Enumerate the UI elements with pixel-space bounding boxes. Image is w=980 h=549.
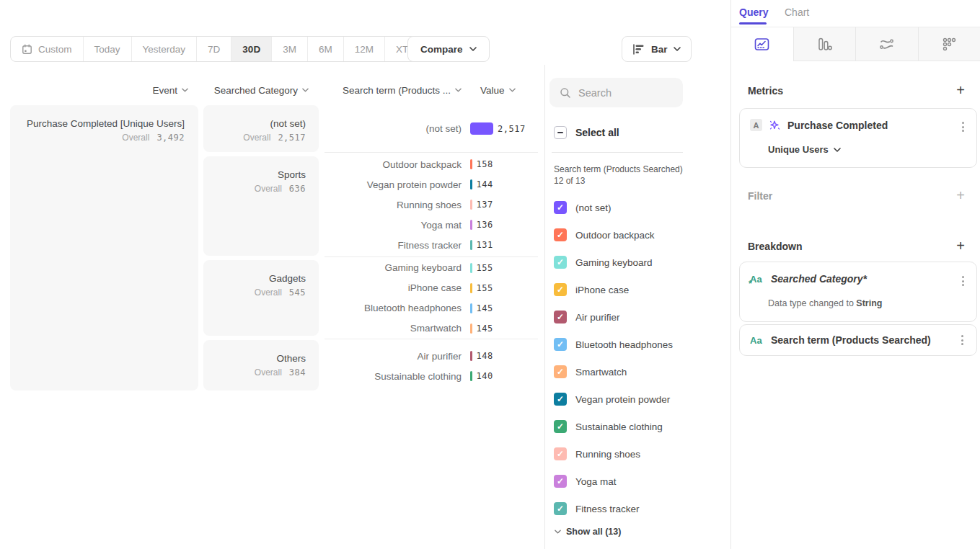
category-cell[interactable]: Others Overall384	[203, 340, 319, 390]
legend-item[interactable]: ✓ Smartwatch	[554, 358, 727, 385]
series-checkbox[interactable]: ✓	[554, 475, 567, 488]
breakdown-card-searched-category[interactable]: Aa* Searched Category* Data type changed…	[739, 262, 977, 322]
term-label: iPhone case	[325, 282, 470, 293]
column-header-searched-category[interactable]: Searched Category	[203, 82, 309, 98]
series-checkbox[interactable]: ✓	[554, 365, 567, 378]
chevron-down-icon	[182, 88, 188, 92]
legend-item[interactable]: ✓ (not set)	[554, 194, 727, 221]
term-row[interactable]: Sustainable clothing 140	[325, 366, 538, 386]
date-range-custom[interactable]: Custom	[11, 37, 83, 61]
add-breakdown-button[interactable]: +	[953, 238, 968, 254]
select-all-checkbox[interactable]	[554, 126, 567, 139]
term-row[interactable]: Fitness tracker 131	[325, 235, 538, 255]
term-label: Outdoor backpack	[325, 159, 470, 170]
term-row[interactable]: Bluetooth headphones 145	[325, 298, 538, 318]
retention-icon	[941, 36, 958, 53]
date-range-7d[interactable]: 7D	[196, 37, 231, 61]
date-range-group: CustomTodayYesterday7D30D3M6M12MXTD	[10, 36, 440, 62]
term-row[interactable]: Vegan protein powder 144	[325, 174, 538, 195]
term-value: 140	[477, 371, 493, 381]
column-header-value[interactable]: Value	[480, 82, 516, 98]
calendar-icon	[22, 44, 32, 55]
value-bar	[470, 303, 472, 313]
term-value: 145	[477, 303, 493, 313]
value-bar	[470, 200, 472, 210]
metric-card[interactable]: A Purchase Completed Unique Users	[739, 108, 977, 168]
breakdown-card-search-term[interactable]: Aa Search term (Products Searched)	[739, 324, 977, 356]
report-tab-flows[interactable]	[855, 27, 918, 61]
measure-select[interactable]: Unique Users	[768, 144, 841, 155]
legend-item-label: Fitness tracker	[575, 504, 640, 514]
column-header-search-term[interactable]: Search term (Products ...	[325, 82, 462, 98]
kebab-menu-icon[interactable]	[959, 119, 967, 135]
date-range-yesterday[interactable]: Yesterday	[131, 37, 197, 61]
category-cell[interactable]: Gadgets Overall545	[203, 260, 319, 336]
series-checkbox[interactable]: ✓	[554, 338, 567, 351]
add-filter-button[interactable]: +	[953, 187, 968, 204]
show-all-button[interactable]: Show all (13)	[555, 527, 621, 537]
legend-item[interactable]: ✓ Air purifier	[554, 303, 727, 331]
term-group: (not set) 2,517	[325, 105, 538, 152]
series-checkbox[interactable]: ✓	[554, 447, 567, 460]
tab-query[interactable]: Query	[739, 6, 768, 18]
term-row[interactable]: Smartwatch 145	[325, 318, 538, 339]
legend-item[interactable]: ✓ Gaming keyboard	[554, 249, 727, 276]
category-cell[interactable]: (not set) Overall2,517	[203, 105, 319, 152]
legend-search-box[interactable]	[549, 78, 683, 107]
search-term-column: (not set) 2,517 Outdoor backpack 158 Veg…	[325, 105, 538, 393]
term-row[interactable]: Air purifier 148	[325, 346, 538, 366]
date-range-12m[interactable]: 12M	[343, 37, 384, 61]
series-checkbox[interactable]: ✓	[554, 311, 567, 323]
term-row[interactable]: (not set) 2,517	[325, 119, 538, 139]
series-checkbox[interactable]: ✓	[554, 502, 567, 515]
value-bar	[470, 323, 472, 334]
term-value: 158	[477, 159, 493, 169]
term-row[interactable]: Gaming keyboard 155	[325, 258, 538, 278]
chart-type-select[interactable]: Bar	[622, 36, 692, 62]
legend-item-label: Air purifier	[575, 312, 620, 323]
date-range-today[interactable]: Today	[83, 37, 131, 61]
kebab-menu-icon[interactable]	[959, 273, 967, 289]
legend-item-label: (not set)	[575, 202, 612, 213]
term-label: Fitness tracker	[325, 240, 470, 251]
report-tab-insights[interactable]	[731, 27, 793, 61]
term-row[interactable]: Outdoor backpack 158	[325, 154, 538, 174]
term-row[interactable]: iPhone case 155	[325, 278, 538, 298]
report-tab-funnels[interactable]	[793, 27, 856, 61]
add-metric-button[interactable]: +	[953, 82, 968, 99]
value-bar	[470, 240, 472, 250]
term-value: 155	[477, 283, 493, 293]
term-row[interactable]: Yoga mat 136	[325, 215, 538, 235]
string-type-icon: Aa*	[750, 274, 764, 285]
value-bar	[470, 159, 472, 169]
date-range-6m[interactable]: 6M	[307, 37, 343, 61]
tab-chart[interactable]: Chart	[785, 6, 809, 18]
legend-item[interactable]: ✓ Sustainable clothing	[554, 413, 727, 440]
category-name: Gadgets	[216, 272, 306, 285]
series-checkbox[interactable]: ✓	[554, 256, 567, 269]
compare-button[interactable]: Compare	[407, 36, 490, 62]
report-tab-retention[interactable]	[918, 27, 980, 61]
legend-item[interactable]: ✓ Vegan protein powder	[554, 385, 727, 413]
legend-item[interactable]: ✓ Outdoor backpack	[554, 221, 727, 249]
search-input[interactable]	[578, 87, 665, 99]
series-checkbox[interactable]: ✓	[554, 283, 567, 296]
legend-item[interactable]: ✓ Bluetooth headphones	[554, 331, 727, 358]
chevron-down-icon	[469, 47, 477, 51]
select-all-checkbox-row[interactable]: Select all	[554, 125, 619, 140]
event-cell[interactable]: Purchase Completed [Unique Users] Overal…	[10, 105, 198, 390]
series-checkbox[interactable]: ✓	[554, 420, 567, 433]
column-header-event[interactable]: Event	[10, 82, 188, 98]
date-range-3m[interactable]: 3M	[271, 37, 307, 61]
legend-item[interactable]: ✓ Running shoes	[554, 440, 727, 468]
term-row[interactable]: Running shoes 137	[325, 195, 538, 215]
legend-item[interactable]: ✓ iPhone case	[554, 276, 727, 303]
series-checkbox[interactable]: ✓	[554, 201, 567, 214]
series-checkbox[interactable]: ✓	[554, 228, 567, 241]
series-checkbox[interactable]: ✓	[554, 393, 567, 406]
legend-item[interactable]: ✓ Yoga mat	[554, 468, 727, 495]
legend-item[interactable]: ✓ Fitness tracker	[554, 495, 727, 522]
category-cell[interactable]: Sports Overall636	[203, 156, 319, 256]
kebab-menu-icon[interactable]	[958, 332, 966, 348]
date-range-30d[interactable]: 30D	[231, 37, 271, 61]
